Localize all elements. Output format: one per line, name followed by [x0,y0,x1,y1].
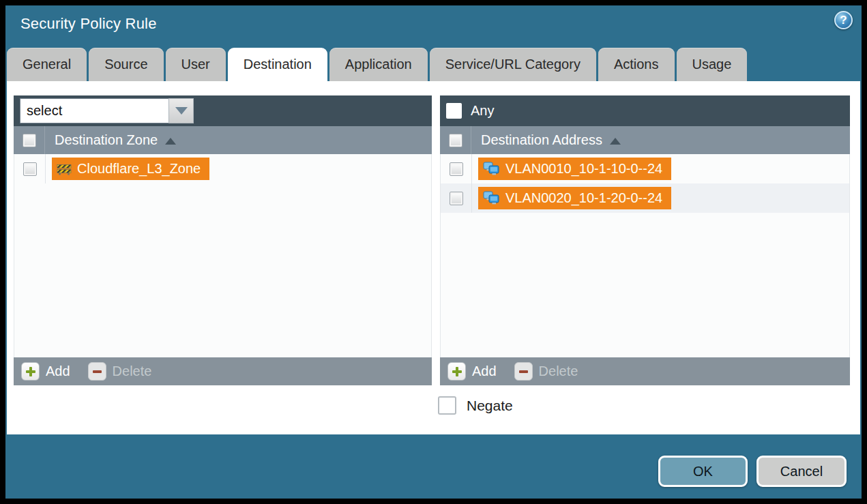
zone-tag[interactable]: Cloudflare_L3_Zone [52,158,209,180]
delete-zone-label: Delete [113,364,152,379]
dialog-button-row: OK Cancel [658,456,847,487]
ok-button[interactable]: OK [658,456,748,487]
address-select-all-checkbox[interactable] [449,134,462,147]
table-row: Cloudflare_L3_Zone [14,154,431,183]
negate-label: Negate [467,398,513,414]
zone-label: Cloudflare_L3_Zone [77,161,201,177]
address-icon [483,162,500,176]
add-address-button[interactable]: Add [447,362,497,381]
address-column-header[interactable]: Destination Address [471,126,621,154]
destination-zone-panel: Destination Zone [14,95,432,385]
zone-select-dropdown-button[interactable] [168,98,194,123]
address-tag[interactable]: VLAN0020_10-1-20-0--24 [478,187,671,209]
any-toggle[interactable]: Any [446,103,494,119]
add-address-label: Add [472,364,497,379]
zone-toolbar [14,95,432,126]
address-toolbar: Any [440,95,850,126]
tab-service-url-category[interactable]: Service/URL Category [430,48,596,81]
delete-address-label: Delete [539,364,578,379]
row-checkbox[interactable] [450,192,463,205]
address-column-header-row: Destination Address [440,126,850,154]
any-checkbox[interactable] [446,103,462,119]
row-checkbox-cell [441,183,472,213]
negate-checkbox[interactable] [438,396,456,415]
chevron-down-icon [175,107,188,115]
zone-select-input[interactable] [20,98,168,123]
tab-destination[interactable]: Destination [228,48,327,81]
zone-column-header-row: Destination Zone [14,126,432,154]
zone-column-header-label: Destination Zone [55,132,158,148]
address-footer-bar: Add Delete [440,357,850,385]
delete-zone-button[interactable]: Delete [88,362,152,381]
row-checkbox-cell [14,154,46,183]
tab-application[interactable]: Application [329,48,428,81]
help-icon[interactable]: ? [834,11,853,29]
sort-asc-icon[interactable] [165,138,176,145]
zone-select-all-checkbox[interactable] [23,134,36,147]
destination-address-panel: Any Destination Address [440,95,850,385]
address-label: VLAN0010_10-1-10-0--24 [505,161,662,177]
tab-user[interactable]: User [166,48,226,81]
row-checkbox[interactable] [23,162,37,176]
tab-bar: General Source User Destination Applicat… [7,48,747,81]
cancel-button[interactable]: Cancel [756,456,847,487]
address-label: VLAN0020_10-1-20-0--24 [505,190,662,206]
address-select-all-cell [440,126,471,154]
zone-column-header[interactable]: Destination Zone [45,126,176,154]
security-policy-rule-dialog: Security Policy Rule ? General Source Us… [5,5,862,499]
tab-usage[interactable]: Usage [677,48,748,81]
zone-icon [57,163,72,175]
row-checkbox-cell [441,154,472,183]
tab-actions[interactable]: Actions [598,48,675,81]
tab-general[interactable]: General [7,48,87,81]
row-checkbox[interactable] [450,162,463,176]
dialog-title: Security Policy Rule [20,15,157,33]
delete-address-button[interactable]: Delete [514,362,578,381]
any-label: Any [471,103,494,119]
destination-tab-content: Destination Zone [7,81,860,434]
negate-row: Negate [438,396,513,415]
minus-icon [514,362,533,381]
plus-icon [21,362,40,381]
zone-select-combo [20,98,194,123]
address-tag[interactable]: VLAN0010_10-1-10-0--24 [478,158,671,180]
screenshot-root: Security Policy Rule ? General Source Us… [0,0,867,504]
zone-list: Cloudflare_L3_Zone [14,154,432,357]
zone-footer-bar: Add Delete [14,357,432,385]
tab-source[interactable]: Source [89,48,163,81]
table-row: VLAN0020_10-1-20-0--24 [441,183,849,213]
add-zone-label: Add [46,364,70,379]
sort-asc-icon[interactable] [610,138,621,145]
table-row: VLAN0010_10-1-10-0--24 [441,154,849,183]
address-list: VLAN0010_10-1-10-0--24 [440,154,850,357]
zone-select-all-cell [14,126,45,154]
minus-icon [88,362,106,381]
plus-icon [447,362,466,381]
address-column-header-label: Destination Address [481,132,602,148]
address-icon [483,191,500,205]
add-zone-button[interactable]: Add [21,362,70,381]
